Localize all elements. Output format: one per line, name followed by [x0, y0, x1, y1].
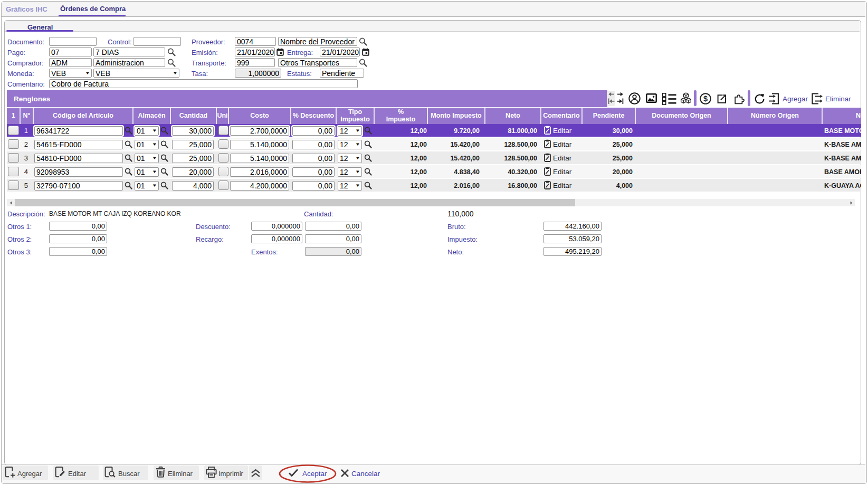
svg-text:$: $ [703, 94, 708, 103]
